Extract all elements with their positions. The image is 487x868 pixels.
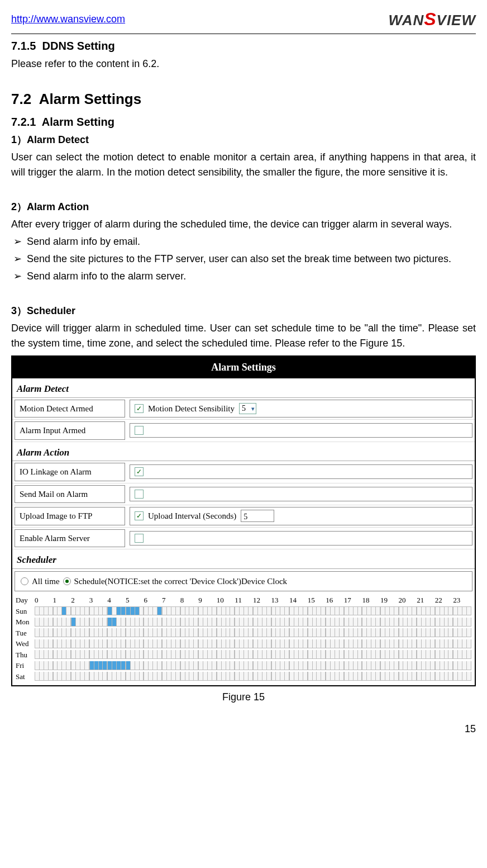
schedule-cell[interactable] [203, 606, 208, 615]
schedule-cell[interactable] [107, 650, 112, 659]
schedule-cell[interactable] [235, 639, 240, 648]
schedule-cell[interactable] [171, 661, 176, 670]
schedule-cell[interactable] [157, 618, 162, 627]
schedule-cell[interactable] [294, 639, 299, 648]
schedule-cell[interactable] [340, 650, 344, 659]
schedule-cell[interactable] [180, 661, 185, 670]
schedule-cell[interactable] [440, 618, 445, 627]
schedule-cell[interactable] [135, 672, 140, 681]
schedule-cell[interactable] [280, 606, 285, 615]
schedule-cell[interactable] [317, 639, 321, 648]
schedule-cell[interactable] [448, 661, 453, 670]
schedule-cell[interactable] [380, 606, 385, 615]
schedule-cell[interactable] [157, 628, 162, 637]
schedule-cell[interactable] [380, 639, 385, 648]
schedule-cell[interactable] [131, 639, 135, 648]
schedule-cell[interactable] [94, 661, 99, 670]
alarm-server-checkbox[interactable] [135, 534, 144, 543]
schedule-cell[interactable] [157, 661, 162, 670]
schedule-cell[interactable] [403, 618, 408, 627]
schedule-cell[interactable] [107, 628, 112, 637]
schedule-cell[interactable] [258, 628, 262, 637]
schedule-cell[interactable] [85, 606, 89, 615]
schedule-cell[interactable] [49, 606, 53, 615]
schedule-cell[interactable] [44, 650, 49, 659]
schedule-cell[interactable] [135, 618, 140, 627]
schedule-cell[interactable] [240, 639, 244, 648]
schedule-cell[interactable] [376, 618, 380, 627]
schedule-cell[interactable] [426, 661, 431, 670]
schedule-cell[interactable] [226, 639, 231, 648]
header-url[interactable]: http://www.wansview.com [11, 12, 125, 27]
schedule-cell[interactable] [35, 672, 40, 681]
schedule-cell[interactable] [117, 672, 121, 681]
schedule-cell[interactable] [94, 628, 99, 637]
schedule-cell[interactable] [354, 650, 358, 659]
schedule-cell[interactable] [58, 639, 62, 648]
schedule-cell[interactable] [194, 650, 198, 659]
schedule-cell[interactable] [331, 639, 335, 648]
schedule-cell[interactable] [367, 661, 371, 670]
schedule-cell[interactable] [230, 672, 235, 681]
schedule-cell[interactable] [189, 618, 194, 627]
schedule-cell[interactable] [294, 672, 299, 681]
schedule-cell[interactable] [467, 639, 471, 648]
schedule-cell[interactable] [354, 628, 358, 637]
schedule-cell[interactable] [249, 639, 253, 648]
schedule-cell[interactable] [371, 606, 376, 615]
schedule-cell[interactable] [89, 661, 94, 670]
schedule-cell[interactable] [380, 628, 385, 637]
schedule-cell[interactable] [226, 618, 231, 627]
schedule-cell[interactable] [299, 639, 303, 648]
schedule-cell[interactable] [157, 606, 162, 615]
schedule-cell[interactable] [462, 661, 467, 670]
schedule-cell[interactable] [180, 628, 185, 637]
schedule-cell[interactable] [217, 606, 222, 615]
schedule-cell[interactable] [180, 672, 185, 681]
schedule-cell[interactable] [354, 639, 358, 648]
schedule-cell[interactable] [394, 672, 399, 681]
schedule-cell[interactable] [162, 639, 167, 648]
schedule-cell[interactable] [435, 618, 440, 627]
schedule-cell[interactable] [121, 606, 126, 615]
schedule-cell[interactable] [162, 661, 167, 670]
schedule-cell[interactable] [117, 628, 121, 637]
schedule-cell[interactable] [289, 628, 294, 637]
schedule-cell[interactable] [308, 650, 313, 659]
schedule-cell[interactable] [235, 650, 240, 659]
schedule-cell[interactable] [445, 661, 449, 670]
schedule-cell[interactable] [176, 639, 180, 648]
schedule-cell[interactable] [226, 650, 231, 659]
schedule-cell[interactable] [49, 661, 53, 670]
schedule-cell[interactable] [99, 606, 103, 615]
schedule-cell[interactable] [467, 628, 471, 637]
schedule-cell[interactable] [167, 639, 171, 648]
schedule-cell[interactable] [198, 661, 203, 670]
schedule-cell[interactable] [326, 661, 331, 670]
schedule-cell[interactable] [76, 618, 80, 627]
schedule-cell[interactable] [367, 628, 371, 637]
schedule-cell[interactable] [212, 628, 217, 637]
schedule-cell[interactable] [194, 639, 198, 648]
schedule-cell[interactable] [303, 628, 308, 637]
schedule-cell[interactable] [403, 639, 408, 648]
schedule-cell[interactable] [198, 618, 203, 627]
schedule-cell[interactable] [112, 661, 117, 670]
schedule-cell[interactable] [321, 672, 326, 681]
schedule-cell[interactable] [99, 628, 103, 637]
schedule-cell[interactable] [431, 618, 435, 627]
schedule-cell[interactable] [194, 661, 198, 670]
schedule-cell[interactable] [412, 672, 417, 681]
schedule-cell[interactable] [335, 672, 340, 681]
schedule-cell[interactable] [71, 618, 76, 627]
schedule-cell[interactable] [135, 661, 140, 670]
schedule-cell[interactable] [35, 606, 40, 615]
schedule-cell[interactable] [380, 661, 385, 670]
schedule-cell[interactable] [203, 639, 208, 648]
schedule-cell[interactable] [317, 661, 321, 670]
schedule-cell[interactable] [253, 618, 258, 627]
schedule-cell[interactable] [340, 618, 344, 627]
schedule-cell[interactable] [294, 661, 299, 670]
schedule-cell[interactable] [149, 606, 153, 615]
schedule-cell[interactable] [422, 618, 426, 627]
